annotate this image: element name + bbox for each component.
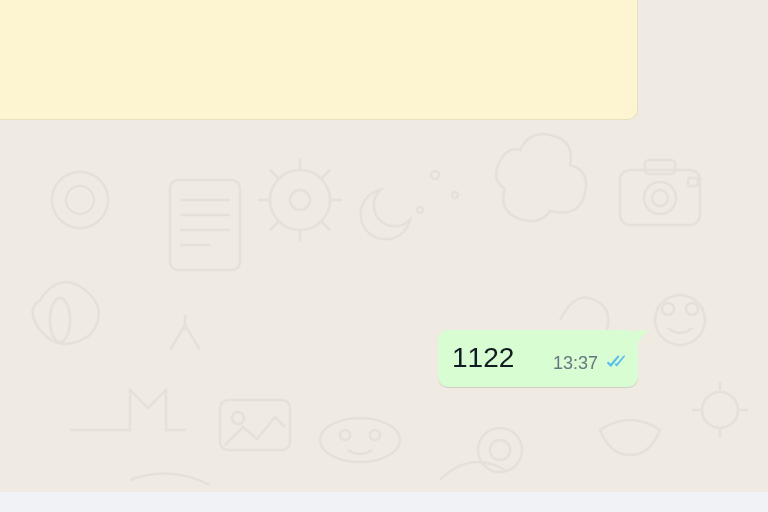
system-message-panel: [0, 0, 638, 120]
message-meta: 13:37: [553, 354, 626, 372]
outgoing-message-bubble[interactable]: 1122 13:37: [438, 330, 638, 387]
message-text: 1122: [452, 338, 514, 377]
message-time: 13:37: [553, 354, 598, 372]
message-input-bar[interactable]: [0, 492, 768, 512]
read-receipt-double-check-icon: [602, 354, 626, 372]
